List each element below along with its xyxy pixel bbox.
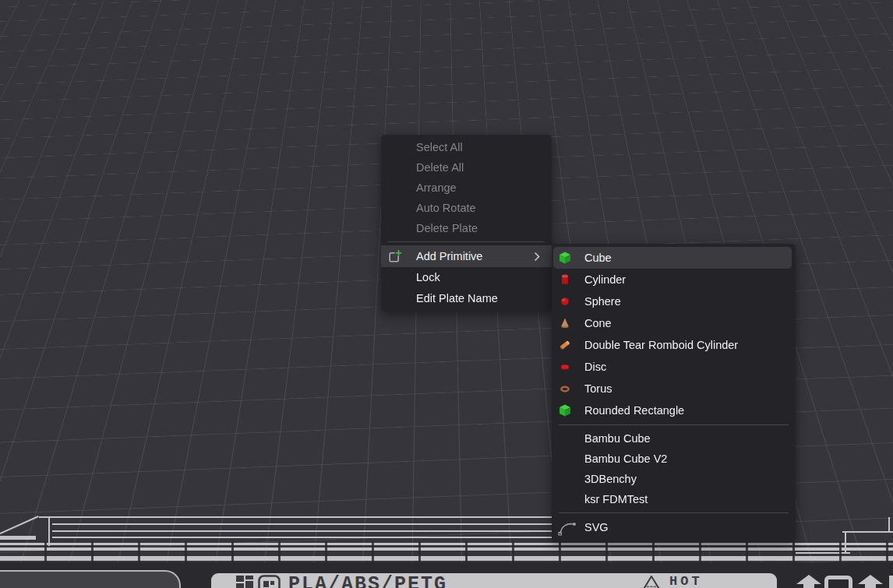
submenu-item-label: Disc bbox=[584, 361, 606, 373]
cone-icon bbox=[558, 316, 572, 330]
menu-item-lock[interactable]: Lock bbox=[381, 267, 552, 287]
plate-edge-line bbox=[842, 531, 893, 533]
submenu-item-svg[interactable]: SVG bbox=[552, 516, 796, 538]
grid-tick-overlay bbox=[0, 541, 893, 562]
plate-edge-line bbox=[52, 530, 552, 532]
menu-item-label: Arrange bbox=[416, 181, 457, 194]
menu-item-arrange: Arrange bbox=[381, 178, 552, 198]
plate-edge-stub bbox=[0, 536, 36, 540]
add-primitive-submenu: Cube Cylinder Sphere Cone bbox=[552, 244, 796, 542]
plate-edge-line bbox=[52, 523, 552, 525]
arrow-up-plate-icon bbox=[858, 575, 884, 588]
rounded-rectangle-icon bbox=[558, 403, 572, 417]
cylinder-icon bbox=[558, 273, 572, 287]
plate-context-menu: Select All Delete All Arrange Auto Rotat… bbox=[381, 135, 552, 312]
menu-item-label: Delete Plate bbox=[416, 222, 478, 234]
submenu-item-label: Rounded Rectangle bbox=[584, 404, 684, 417]
plate-qr-marker-icon bbox=[258, 575, 281, 588]
hot-warning-label: HOT bbox=[669, 574, 703, 588]
submenu-item-label: Cone bbox=[584, 317, 612, 329]
submenu-item-bambu-cube[interactable]: Bambu Cube bbox=[552, 428, 796, 449]
submenu-item-cylinder[interactable]: Cylinder bbox=[552, 269, 796, 290]
menu-item-label: Delete All bbox=[416, 161, 464, 174]
submenu-item-label: Bambu Cube bbox=[584, 432, 651, 445]
submenu-item-ksr-fdmtest[interactable]: ksr FDMTest bbox=[552, 489, 796, 509]
plate-edge-line bbox=[52, 537, 552, 538]
disc-icon bbox=[558, 360, 572, 374]
submenu-item-cube[interactable]: Cube bbox=[553, 247, 792, 269]
menu-item-edit-plate-name[interactable]: Edit Plate Name bbox=[381, 287, 552, 309]
menu-item-select-all: Select All bbox=[381, 137, 552, 157]
submenu-item-label: 3DBenchy bbox=[584, 473, 637, 485]
submenu-item-bambu-cube-v2[interactable]: Bambu Cube V2 bbox=[552, 449, 796, 469]
torus-icon bbox=[558, 382, 572, 396]
menu-item-auto-rotate: Auto Rotate bbox=[381, 198, 552, 218]
submenu-item-3dbenchy[interactable]: 3DBenchy bbox=[552, 469, 796, 489]
plate-tab[interactable] bbox=[0, 570, 181, 588]
menu-item-delete-plate: Delete Plate bbox=[381, 218, 552, 238]
submenu-separator bbox=[559, 512, 789, 513]
add-primitive-icon bbox=[388, 249, 402, 263]
bambu-logo-icon bbox=[236, 576, 255, 588]
submenu-item-label: ksr FDMTest bbox=[584, 493, 648, 505]
menu-item-label: Edit Plate Name bbox=[416, 292, 498, 305]
menu-separator bbox=[388, 241, 545, 242]
submenu-item-label: Double Tear Romboid Cylinder bbox=[584, 339, 738, 351]
submenu-item-label: Torus bbox=[584, 382, 612, 395]
cube-icon bbox=[558, 251, 572, 265]
submenu-item-label: Cylinder bbox=[584, 273, 626, 286]
square-plate-icon bbox=[824, 576, 852, 588]
plate-nameplate[interactable]: PLA/ABS/PETG HOT bbox=[211, 573, 777, 588]
submenu-item-rounded-rectangle[interactable]: Rounded Rectangle bbox=[552, 400, 796, 421]
submenu-item-sphere[interactable]: Sphere bbox=[552, 290, 796, 312]
submenu-item-cone[interactable]: Cone bbox=[552, 312, 796, 334]
plate-material-label: PLA/ABS/PETG bbox=[288, 573, 447, 588]
submenu-item-label: SVG bbox=[584, 521, 609, 533]
menu-item-label: Add Primitive bbox=[416, 250, 482, 262]
menu-item-label: Select All bbox=[416, 141, 463, 153]
chevron-right-icon bbox=[534, 252, 540, 262]
sphere-icon bbox=[558, 294, 572, 308]
submenu-item-disc[interactable]: Disc bbox=[552, 356, 796, 378]
submenu-item-label: Sphere bbox=[584, 295, 621, 308]
menu-item-label: Auto Rotate bbox=[416, 202, 476, 214]
plate-icon-partial bbox=[889, 576, 893, 588]
submenu-item-double-tear-romboid-cylinder[interactable]: Double Tear Romboid Cylinder bbox=[552, 334, 796, 356]
plate-edge-connector bbox=[888, 517, 890, 532]
submenu-item-torus[interactable]: Torus bbox=[552, 378, 796, 400]
arrow-up-plate-icon bbox=[796, 575, 822, 588]
submenu-item-label: Cube bbox=[584, 252, 612, 264]
bezier-curve-icon bbox=[557, 519, 577, 537]
plate-edge-line bbox=[39, 516, 552, 518]
menu-item-label: Lock bbox=[416, 271, 440, 283]
double-tear-romboid-cylinder-icon bbox=[558, 338, 572, 352]
menu-item-delete-all: Delete All bbox=[381, 157, 552, 178]
menu-item-add-primitive[interactable]: Add Primitive bbox=[381, 245, 552, 267]
submenu-separator bbox=[559, 424, 789, 425]
hot-warning-triangle-icon bbox=[641, 575, 663, 588]
submenu-item-label: Bambu Cube V2 bbox=[584, 452, 667, 465]
